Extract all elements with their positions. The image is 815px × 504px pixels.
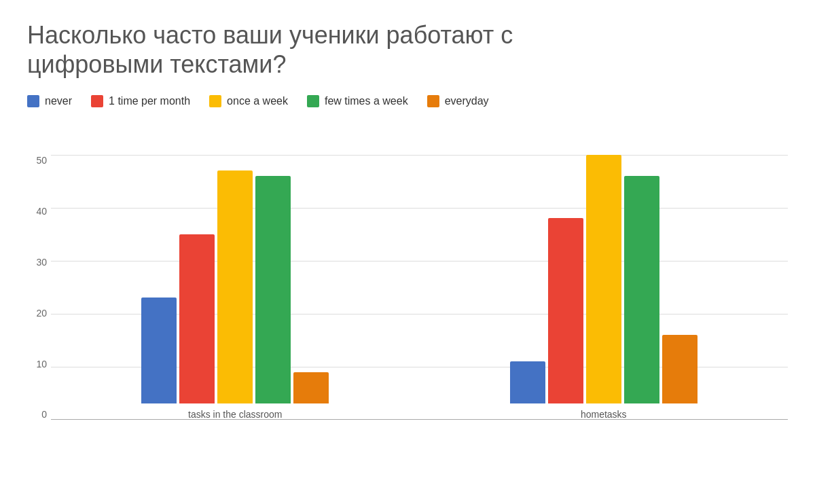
- legend-item: never: [27, 95, 72, 107]
- legend-item: few times a week: [307, 95, 408, 107]
- bar-0-4: [293, 372, 329, 404]
- legend-color-0: [27, 95, 39, 107]
- bar-1-4: [662, 335, 698, 403]
- y-axis-label: 0: [27, 409, 51, 420]
- y-axis-label: 30: [27, 257, 51, 268]
- chart-content: tasks in the classroomhometasks: [51, 155, 788, 440]
- chart-legend: never 1 time per month once a week few t…: [27, 95, 788, 107]
- legend-item: 1 time per month: [91, 95, 190, 107]
- bar-0-1: [179, 234, 215, 404]
- y-axis-label: 40: [27, 206, 51, 217]
- bar-1-2: [586, 155, 621, 404]
- legend-item: everyday: [427, 95, 489, 107]
- y-axis-label: 50: [27, 155, 51, 166]
- bar-group: tasks in the classroom: [141, 170, 329, 420]
- group-bars: [510, 155, 698, 404]
- chart-title: Насколько часто ваши ученики работают с …: [27, 20, 537, 79]
- legend-label-2: once a week: [227, 95, 288, 107]
- legend-color-4: [427, 95, 439, 107]
- y-axis: 01020304050: [27, 155, 51, 420]
- bars-container: tasks in the classroomhometasks: [51, 155, 788, 420]
- y-axis-label: 20: [27, 308, 51, 319]
- bar-1-1: [548, 218, 583, 403]
- y-axis-label: 10: [27, 359, 51, 370]
- legend-label-3: few times a week: [325, 95, 408, 107]
- legend-label-4: everyday: [445, 95, 489, 107]
- bar-group: hometasks: [510, 155, 698, 420]
- legend-label-1: 1 time per month: [109, 95, 190, 107]
- bar-0-2: [217, 170, 253, 403]
- legend-color-1: [91, 95, 103, 107]
- group-label: hometasks: [581, 409, 627, 420]
- bar-0-3: [255, 176, 291, 403]
- chart-area: 01020304050 tasks in the classroomhometa…: [27, 128, 788, 440]
- x-axis-line: [51, 419, 788, 420]
- bar-1-0: [510, 361, 545, 403]
- legend-color-3: [307, 95, 319, 107]
- bar-1-3: [624, 176, 659, 403]
- legend-label-0: never: [45, 95, 72, 107]
- bar-0-0: [141, 298, 177, 403]
- group-bars: [141, 170, 329, 403]
- legend-color-2: [209, 95, 221, 107]
- legend-item: once a week: [209, 95, 288, 107]
- group-label: tasks in the classroom: [188, 409, 283, 420]
